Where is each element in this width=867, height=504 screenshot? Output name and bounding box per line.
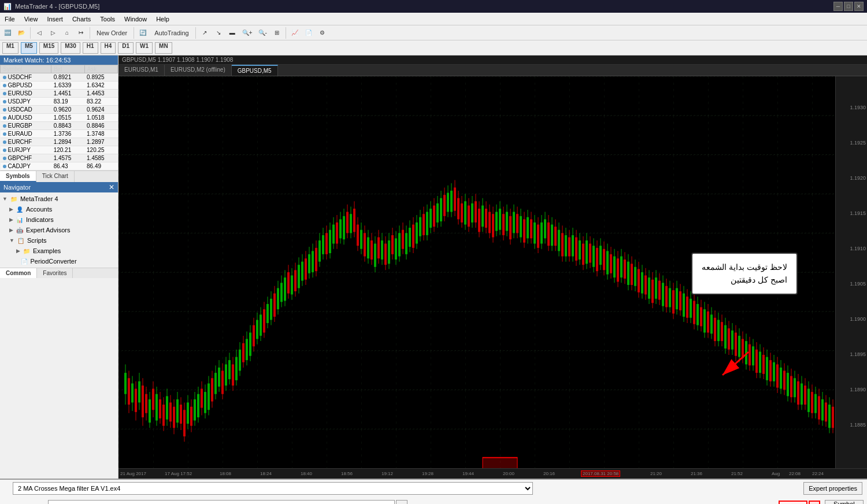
tree-item-label: Examples xyxy=(33,247,61,254)
tree-item-label: Accounts xyxy=(26,206,52,213)
sep4 xyxy=(195,27,196,39)
back-btn[interactable]: ◁ xyxy=(33,27,46,39)
maximize-button[interactable]: □ xyxy=(844,2,853,11)
period-toolbar: M1 M5 M15 M30 H1 H4 D1 W1 MN xyxy=(0,40,867,55)
chart-tab-eurusdm1[interactable]: EURUSD,M1 xyxy=(118,65,165,76)
market-watch-row[interactable]: CADJPY 86.43 86.49 xyxy=(1,162,118,171)
nav-tab-favorites[interactable]: Favorites xyxy=(37,268,73,278)
market-watch-row[interactable]: USDJPY 83.19 83.22 xyxy=(1,98,118,106)
price-1930: 1.1930 xyxy=(850,105,866,110)
market-watch-row[interactable]: EURAUD 1.3736 1.3748 xyxy=(1,130,118,138)
market-watch-row[interactable]: USDCHF 0.8921 0.8925 xyxy=(1,73,118,81)
market-watch: Market Watch: 16:24:53 Symbol Bid Ask US… xyxy=(0,55,118,182)
close-button[interactable]: ✕ xyxy=(854,2,864,11)
indicators-btn[interactable]: 📈 xyxy=(288,27,301,39)
settings-btn[interactable]: ⚙ xyxy=(316,27,329,39)
chart-up-btn[interactable]: ↗ xyxy=(198,27,211,39)
menu-tools[interactable]: Tools xyxy=(95,14,120,24)
symbol-name: CADJPY xyxy=(1,162,51,171)
ask-value: 0.8846 xyxy=(84,122,117,130)
navigator-header: Navigator ✕ xyxy=(0,182,118,192)
ask-value: 86.49 xyxy=(84,162,117,171)
bid-value: 86.43 xyxy=(51,162,84,171)
tree-item-label: MetaTrader 4 xyxy=(20,195,58,202)
chart-tab-eurusdm2[interactable]: EURUSD,M2 (offline) xyxy=(165,65,232,76)
autotrading-button[interactable]: AutoTrading xyxy=(150,27,193,39)
expert-properties-button[interactable]: Expert properties xyxy=(803,482,862,495)
period-input-wrap: ▼ xyxy=(779,501,820,504)
market-watch-row[interactable]: GBPCHF 1.4575 1.4585 xyxy=(1,154,118,162)
period-input[interactable] xyxy=(779,501,807,504)
symbol-properties-button[interactable]: Symbol properties xyxy=(825,500,864,504)
period-mn[interactable]: MN xyxy=(155,42,172,54)
navigator-close-button[interactable]: ✕ xyxy=(109,183,114,191)
menu-window[interactable]: Window xyxy=(120,14,151,24)
period-m30[interactable]: M30 xyxy=(61,42,80,54)
menu-charts[interactable]: Charts xyxy=(68,14,95,24)
zoom-out-btn[interactable]: 🔍- xyxy=(256,27,269,39)
symbol-dropdown-btn[interactable]: ▼ xyxy=(396,500,407,504)
market-watch-row[interactable]: USDCAD 0.9620 0.9624 xyxy=(1,106,118,114)
chart-tab-gbpusdm5[interactable]: GBPUSD,M5 xyxy=(232,65,278,76)
symbol-select[interactable]: GBPUSD, Great Britain Pound vs US Dollar xyxy=(48,500,395,504)
market-watch-row[interactable]: EURCHF 1.2894 1.2897 xyxy=(1,138,118,146)
menu-help[interactable]: Help xyxy=(151,14,174,24)
symbol-name: AUDUSD xyxy=(1,114,51,122)
period-m5[interactable]: M5 xyxy=(21,42,37,54)
expand-icon: ▼ xyxy=(2,196,8,202)
col-ask: Ask xyxy=(84,65,117,73)
chart-main: 1.1930 1.1925 1.1920 1.1915 1.1910 1.190… xyxy=(118,76,867,468)
new-btn[interactable]: 🆕 xyxy=(1,27,14,39)
scripts-icon: 📋 xyxy=(17,236,25,244)
period-h1[interactable]: H1 xyxy=(83,42,98,54)
tree-period-converter[interactable]: 📄 PeriodConverter xyxy=(0,256,118,266)
open-btn[interactable]: 📂 xyxy=(15,27,28,39)
tree-expert-advisors[interactable]: ▶ 🤖 Expert Advisors xyxy=(0,225,118,235)
tab-tick-chart[interactable]: Tick Chart xyxy=(36,171,75,182)
market-watch-row[interactable]: AUDUSD 1.0515 1.0518 xyxy=(1,114,118,122)
market-watch-row[interactable]: EURJPY 120.21 120.25 xyxy=(1,146,118,154)
tree-accounts[interactable]: ▶ 👤 Accounts xyxy=(0,204,118,214)
period-h4[interactable]: H4 xyxy=(101,42,116,54)
end-btn[interactable]: ↦ xyxy=(75,27,87,39)
ea-dropdown[interactable]: 2 MA Crosses Mega filter EA V1.ex4 xyxy=(13,482,533,495)
period-m1[interactable]: M1 xyxy=(2,42,18,54)
tab-symbols[interactable]: Symbols xyxy=(0,171,36,182)
sep1 xyxy=(30,27,31,39)
refresh-btn[interactable]: 🔄 xyxy=(136,27,149,39)
menu-view[interactable]: View xyxy=(20,14,43,24)
period-d1[interactable]: D1 xyxy=(118,42,134,54)
new-order-button[interactable]: New Order xyxy=(92,27,131,39)
chart-down-btn[interactable]: ↘ xyxy=(212,27,225,39)
menu-file[interactable]: File xyxy=(0,14,20,24)
symbol-name: EURAUD xyxy=(1,130,51,138)
home-btn[interactable]: ⌂ xyxy=(61,27,73,39)
expand-icon: ▶ xyxy=(16,248,20,254)
minimize-button[interactable]: ─ xyxy=(833,2,843,11)
svg-line-423 xyxy=(722,352,749,375)
folder-icon: 📁 xyxy=(10,195,18,203)
market-watch-row[interactable]: EURGBP 0.8843 0.8846 xyxy=(1,122,118,130)
ea-icon: 🤖 xyxy=(16,226,24,234)
expand-icon: ▶ xyxy=(9,206,13,212)
zoom-in-btn[interactable]: 🔍+ xyxy=(240,27,255,39)
grid-btn[interactable]: ⊞ xyxy=(271,27,283,39)
chart-bar-btn[interactable]: ▬ xyxy=(226,27,239,39)
tree-scripts[interactable]: ▼ 📋 Scripts xyxy=(0,235,118,246)
annotation-line1: لاحظ توقيت بداية الشمعه xyxy=(702,261,787,273)
tree-metatrader4[interactable]: ▼ 📁 MetaTrader 4 xyxy=(0,194,118,204)
ask-value: 1.3748 xyxy=(84,130,117,138)
tree-indicators[interactable]: ▶ 📊 Indicators xyxy=(0,214,118,225)
forward-btn[interactable]: ▷ xyxy=(47,27,60,39)
nav-tab-common[interactable]: Common xyxy=(0,268,37,278)
market-watch-row[interactable]: GBPUSD 1.6339 1.6342 xyxy=(1,81,118,90)
expand-icon: ▶ xyxy=(9,227,13,233)
templates-btn[interactable]: 📄 xyxy=(302,27,315,39)
period-w1[interactable]: W1 xyxy=(136,42,153,54)
period-dropdown-btn[interactable]: ▼ xyxy=(809,501,820,504)
market-watch-row[interactable]: EURUSD 1.4451 1.4453 xyxy=(1,90,118,98)
period-m15[interactable]: M15 xyxy=(39,42,58,54)
menu-insert[interactable]: Insert xyxy=(42,14,68,24)
red-arrow-indicator xyxy=(714,346,760,382)
tree-examples[interactable]: ▶ 📁 Examples xyxy=(0,246,118,256)
